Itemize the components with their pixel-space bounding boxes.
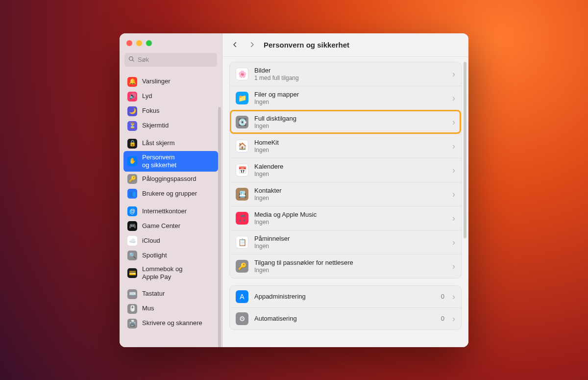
chevron-right-icon: › bbox=[452, 166, 455, 175]
settings-row-bilder[interactable]: 🌸Bilder1 med full tilgang› bbox=[230, 62, 461, 86]
row-subtitle: Ingen bbox=[254, 99, 446, 105]
sidebar-item-påloggingspassord[interactable]: 🔑Påloggingspassord bbox=[123, 172, 218, 186]
zoom-window-button[interactable] bbox=[146, 40, 152, 46]
chevron-right-icon: › bbox=[452, 314, 455, 323]
sidebar-item-label: Lommebok og Apple Pay bbox=[142, 265, 214, 281]
row-subtitle: Ingen bbox=[254, 195, 446, 202]
row-text: Automatisering bbox=[254, 315, 435, 322]
sidebar-item-icon: ☁️ bbox=[127, 236, 137, 246]
sidebar-item-label: Internettkontoer bbox=[142, 207, 214, 215]
close-window-button[interactable] bbox=[126, 40, 132, 46]
sidebar-item-icon: 🎮 bbox=[127, 221, 137, 231]
chevron-right-icon: › bbox=[452, 262, 455, 271]
sidebar-item-label: Låst skjerm bbox=[142, 139, 214, 147]
row-subtitle: Ingen bbox=[254, 243, 446, 250]
sidebar-item-icloud[interactable]: ☁️iCloud bbox=[123, 233, 218, 248]
row-text: PåminnelserIngen bbox=[254, 235, 446, 250]
sidebar-item-varslinger[interactable]: 🔔Varslinger bbox=[123, 75, 218, 89]
row-text: Bilder1 med full tilgang bbox=[254, 67, 446, 81]
settings-row-kontakter[interactable]: 📇KontakterIngen› bbox=[230, 182, 461, 206]
row-text: KontakterIngen bbox=[254, 187, 446, 202]
settings-section: 🌸Bilder1 med full tilgang›📁Filer og mapp… bbox=[229, 62, 462, 279]
row-title: Tilgang til passnøkler for nettlesere bbox=[254, 259, 446, 266]
search-icon bbox=[128, 55, 135, 64]
sidebar-item-icon: 👥 bbox=[127, 189, 137, 199]
row-text: KalendereIngen bbox=[254, 163, 446, 177]
back-button[interactable] bbox=[230, 40, 240, 50]
sidebar-item-label: Game Center bbox=[142, 222, 214, 230]
sidebar-item-tastatur[interactable]: ⌨️Tastatur bbox=[123, 287, 218, 302]
row-icon: A bbox=[236, 290, 248, 303]
row-subtitle: Ingen bbox=[254, 123, 446, 129]
row-title: Bilder bbox=[254, 67, 446, 74]
sidebar-item-spotlight[interactable]: 🔍Spotlight bbox=[123, 248, 218, 263]
sidebar-item-icon: 🔔 bbox=[127, 77, 137, 87]
content-area: 🌸Bilder1 med full tilgang›📁Filer og mapp… bbox=[222, 57, 468, 347]
sidebar-item-brukere-og-grupper[interactable]: 👥Brukere og grupper bbox=[123, 186, 218, 201]
settings-section: AAppadministrering0›⚙︎Automatisering0› bbox=[229, 285, 462, 330]
row-icon: 🌸 bbox=[236, 68, 248, 80]
sidebar-item-label: Tastatur bbox=[142, 290, 214, 298]
settings-row-kalendere[interactable]: 📅KalendereIngen› bbox=[230, 158, 461, 182]
search-field[interactable] bbox=[124, 53, 217, 67]
settings-row-filer-og-mapper[interactable]: 📁Filer og mapperIngen› bbox=[230, 86, 461, 110]
row-subtitle: 1 med full tilgang bbox=[254, 75, 446, 81]
search-input[interactable] bbox=[138, 56, 220, 63]
chevron-right-icon: › bbox=[452, 190, 455, 199]
svg-line-1 bbox=[132, 60, 134, 61]
row-text: Full disktilgangIngen bbox=[254, 115, 446, 129]
row-count: 0 bbox=[441, 315, 444, 322]
minimize-window-button[interactable] bbox=[136, 40, 142, 46]
sidebar-item-icon: ⏳ bbox=[127, 121, 137, 131]
sidebar-item-internettkontoer[interactable]: @Internettkontoer bbox=[123, 204, 218, 219]
settings-row-tilgang-til-passnøkler-for-nettlesere[interactable]: 🔑Tilgang til passnøkler for nettlesereIn… bbox=[230, 254, 461, 278]
row-text: Tilgang til passnøkler for nettlesereIng… bbox=[254, 259, 446, 274]
settings-row-media-og-apple-music[interactable]: 🎵Media og Apple MusicIngen› bbox=[230, 206, 461, 230]
row-title: Automatisering bbox=[254, 315, 435, 322]
sidebar-item-icon: @ bbox=[127, 206, 137, 216]
sidebar-item-personvern-og-sikkerhet[interactable]: ✋Personvern og sikkerhet bbox=[123, 151, 218, 172]
row-title: Kalendere bbox=[254, 163, 446, 170]
content-scrollbar[interactable] bbox=[464, 62, 466, 238]
forward-button[interactable] bbox=[247, 40, 257, 50]
sidebar-item-icon: 🔒 bbox=[127, 139, 137, 149]
sidebar-item-skrivere-og-skannere[interactable]: 🖨️Skrivere og skannere bbox=[123, 316, 218, 331]
chevron-right-icon: › bbox=[452, 70, 455, 78]
sidebar-item-icon: 🖱️ bbox=[127, 304, 137, 314]
window-controls bbox=[120, 33, 222, 51]
sidebar-scrollbar[interactable] bbox=[218, 107, 221, 347]
settings-row-automatisering[interactable]: ⚙︎Automatisering0› bbox=[230, 307, 461, 329]
settings-row-påminnelser[interactable]: 📋PåminnelserIngen› bbox=[230, 230, 461, 254]
row-subtitle: Ingen bbox=[254, 267, 446, 274]
sidebar: 🔔Varslinger🔊Lyd🌙Fokus⏳Skjermtid🔒Låst skj… bbox=[120, 33, 222, 347]
sidebar-item-label: Skrivere og skannere bbox=[142, 319, 214, 327]
sidebar-item-lyd[interactable]: 🔊Lyd bbox=[123, 89, 218, 104]
settings-window: 🔔Varslinger🔊Lyd🌙Fokus⏳Skjermtid🔒Låst skj… bbox=[120, 33, 468, 347]
sidebar-item-icon: 🔑 bbox=[127, 174, 137, 184]
sidebar-item-icon: 🖨️ bbox=[127, 319, 137, 329]
settings-row-appadministrering[interactable]: AAppadministrering0› bbox=[230, 286, 461, 307]
settings-row-homekit[interactable]: 🏠HomeKitIngen› bbox=[230, 134, 461, 158]
sidebar-item-skjermtid[interactable]: ⏳Skjermtid bbox=[123, 119, 218, 133]
row-title: Kontakter bbox=[254, 187, 446, 194]
row-icon: ⚙︎ bbox=[236, 312, 248, 325]
sidebar-item-fokus[interactable]: 🌙Fokus bbox=[123, 104, 218, 119]
chevron-right-icon: › bbox=[452, 214, 455, 223]
sidebar-item-label: iCloud bbox=[142, 237, 214, 245]
row-title: Media og Apple Music bbox=[254, 211, 446, 218]
sidebar-item-game-center[interactable]: 🎮Game Center bbox=[123, 219, 218, 233]
sidebar-item-icon: 🌙 bbox=[127, 106, 137, 116]
row-text: Media og Apple MusicIngen bbox=[254, 211, 446, 226]
settings-row-full-disktilgang[interactable]: 💽Full disktilgangIngen› bbox=[230, 110, 461, 134]
sidebar-item-låst-skjerm[interactable]: 🔒Låst skjerm bbox=[123, 136, 218, 151]
sidebar-item-label: Lyd bbox=[142, 92, 214, 100]
sidebar-list: 🔔Varslinger🔊Lyd🌙Fokus⏳Skjermtid🔒Låst skj… bbox=[120, 72, 222, 347]
sidebar-item-mus[interactable]: 🖱️Mus bbox=[123, 302, 218, 316]
row-icon: 🎵 bbox=[236, 212, 248, 225]
page-title: Personvern og sikkerhet bbox=[264, 41, 349, 49]
row-icon: 💽 bbox=[236, 116, 248, 128]
sidebar-item-icon: 🔊 bbox=[127, 92, 137, 101]
sidebar-item-lommebok-og-apple-pay[interactable]: 💳Lommebok og Apple Pay bbox=[123, 263, 218, 284]
row-title: Filer og mapper bbox=[254, 91, 446, 98]
sidebar-item-label: Påloggingspassord bbox=[142, 175, 214, 183]
